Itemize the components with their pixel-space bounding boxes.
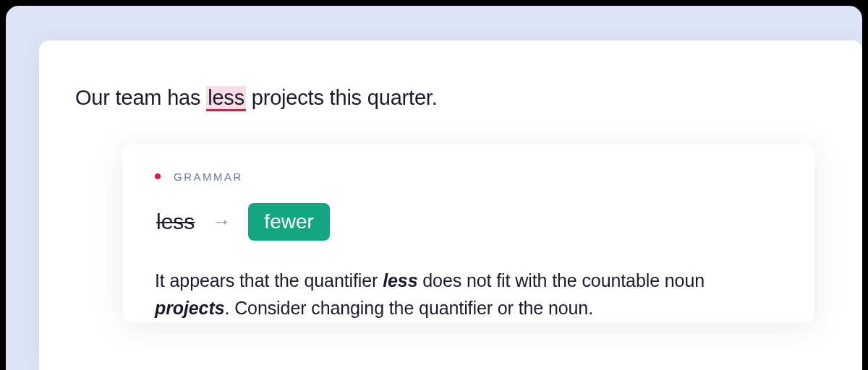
- arrow-icon: →: [212, 210, 231, 233]
- explanation-part1: It appears that the quantifier: [155, 270, 383, 291]
- sentence-before: Our team has: [75, 86, 206, 109]
- correction-row: less → fewer: [156, 203, 783, 241]
- sentence-text: Our team has less projects this quarter.: [75, 82, 814, 114]
- explanation-text: It appears that the quantifier less does…: [155, 267, 783, 323]
- category-label: GRAMMAR: [174, 171, 243, 183]
- incorrect-word: less: [156, 210, 195, 234]
- editor-card: Our team has less projects this quarter.…: [39, 40, 862, 370]
- highlighted-error-word[interactable]: less: [206, 86, 246, 111]
- explanation-part3: . Consider changing the quantifier or th…: [224, 298, 593, 318]
- explanation-em2: projects: [155, 298, 224, 318]
- severity-dot-icon: [155, 173, 161, 179]
- sentence-after: projects this quarter.: [246, 86, 438, 109]
- explanation-em1: less: [383, 270, 417, 291]
- suggestion-card: GRAMMAR less → fewer It appears that the…: [123, 145, 814, 323]
- app-root: Our team has less projects this quarter.…: [0, 0, 868, 370]
- explanation-part2: does not fit with the countable noun: [417, 270, 705, 291]
- accept-suggestion-button[interactable]: fewer: [248, 203, 329, 241]
- card-header: GRAMMAR: [155, 171, 783, 183]
